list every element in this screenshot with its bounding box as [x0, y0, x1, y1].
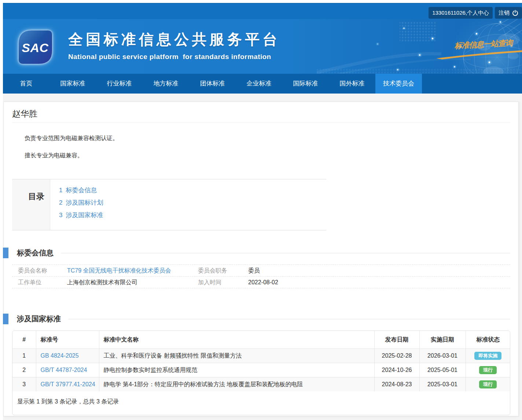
power-icon [512, 10, 518, 16]
standard-code-cell: GB/T 44787-2024 [36, 363, 99, 377]
title-divider [12, 123, 510, 123]
field-label: 委员会名称 [18, 267, 67, 274]
committee-info-row: 委员会名称TC79 全国无线电干扰标准化技术委员会委员会职务委员 [12, 265, 510, 277]
implement-date: 2025-03-01 [419, 377, 466, 391]
standards-table-panel: #标准号标准中文名称发布日期实施日期标准状态 1GB 4824-2025工业、科… [12, 330, 510, 415]
standards-section-title: 涉及国家标准 [17, 314, 61, 324]
toc-link-1[interactable]: 1标委会信息 [59, 184, 103, 197]
committee-section-header: 标委会信息 [12, 248, 510, 258]
field-value: 上海创京检测技术有限公司 [67, 278, 198, 286]
row-index: 1 [12, 348, 36, 363]
content-card: 赵华胜 负责专业范围为电磁兼容检测认证。 擅长专业为电磁兼容。 目录 1标委会信… [3, 102, 519, 416]
standards-table: #标准号标准中文名称发布日期实施日期标准状态 1GB 4824-2025工业、科… [12, 331, 510, 391]
standards-section-header: 涉及国家标准 [12, 314, 510, 324]
row-index: 2 [12, 363, 36, 377]
standard-name: 工业、科学和医疗设备 射频骚扰特性 限值和测量方法 [99, 348, 374, 363]
field-label: 工作单位 [18, 278, 67, 286]
logout-button[interactable]: 注销 [495, 7, 522, 19]
intro-paragraph: 擅长专业为电磁兼容。 [12, 152, 510, 159]
committee-info: 委员会名称TC79 全国无线电干扰标准化技术委员会委员会职务委员工作单位上海创京… [12, 264, 510, 288]
row-index: 3 [12, 377, 36, 391]
page-body: 赵华胜 负责专业范围为电磁兼容检测认证。 擅长专业为电磁兼容。 目录 1标委会信… [3, 94, 522, 420]
table-header-6: 标准状态 [466, 331, 510, 348]
main-nav: 首页国家标准行业标准地方标准团体标准企业标准国际标准国外标准技术委员会 [3, 74, 522, 94]
nav-item-2[interactable]: 国家标准 [49, 74, 96, 94]
top-bar: 13301611026,个人中心 注销 [3, 3, 522, 19]
toc-num: 3 [59, 209, 62, 222]
nav-item-3[interactable]: 行业标准 [96, 74, 143, 94]
publish-date: 2025-02-28 [374, 348, 419, 363]
field-value: TC79 全国无线电干扰标准化技术委员会 [67, 267, 198, 274]
intro-paragraph: 负责专业范围为电磁兼容检测认证。 [12, 135, 510, 142]
toc-links: 1标委会信息2涉及国标计划3涉及国家标准 [50, 179, 103, 230]
table-header-2: 标准号 [36, 331, 99, 348]
user-center-button[interactable]: 13301611026,个人中心 [429, 7, 493, 19]
status-cell: 即将实施 [466, 348, 510, 363]
status-cell: 现行 [466, 363, 510, 377]
section-marker [3, 248, 8, 258]
status-badge: 现行 [479, 366, 497, 374]
field-label: 加入时间 [198, 278, 248, 286]
nav-list: 首页国家标准行业标准地方标准团体标准企业标准国际标准国外标准技术委员会 [3, 74, 522, 94]
nav-item-8[interactable]: 国外标准 [329, 74, 375, 94]
implement-date: 2025-05-01 [419, 363, 466, 377]
standard-name: 静电控制参数实时监控系统通用规范 [99, 363, 374, 377]
table-header-row: #标准号标准中文名称发布日期实施日期标准状态 [12, 331, 510, 348]
standard-row-3: 3GB/T 37977.41-2024静电学 第4-1部分：特定应用中的标准试验… [12, 377, 510, 391]
table-header-4: 发布日期 [374, 331, 419, 348]
implement-date: 2026-03-01 [419, 348, 466, 363]
status-cell: 现行 [466, 377, 510, 391]
standard-name: 静电学 第4-1部分：特定应用中的标准试验方法 地板覆盖层和装配地板的电阻 [99, 377, 374, 391]
standard-code-cell: GB/T 37977.41-2024 [36, 377, 99, 391]
toc-num: 2 [59, 197, 62, 209]
section-rule [61, 253, 510, 253]
committee-info-row: 工作单位上海创京检测技术有限公司加入时间2022-08-02 [12, 277, 510, 288]
standard-row-1: 1GB 4824-2025工业、科学和医疗设备 射频骚扰特性 限值和测量方法20… [12, 348, 510, 363]
publish-date: 2024-08-23 [374, 377, 419, 391]
site-title: 全国标准信息公共服务平台 [68, 31, 280, 47]
toc-label: 标委会信息 [66, 187, 97, 194]
table-header-1: # [12, 331, 36, 348]
table-of-contents: 目录 1标委会信息2涉及国标计划3涉及国家标准 [12, 179, 326, 230]
standard-code-link[interactable]: GB 4824-2025 [41, 353, 79, 359]
standard-code-link[interactable]: GB/T 37977.41-2024 [41, 381, 95, 387]
user-center-label: 13301611026,个人中心 [432, 7, 489, 19]
field-value: 委员 [248, 267, 510, 274]
committee-section-title: 标委会信息 [17, 248, 54, 258]
banner-globe-art: 标准信息一站查询 [317, 19, 522, 74]
nav-item-6[interactable]: 企业标准 [236, 74, 282, 94]
field-value: 2022-08-02 [248, 278, 510, 286]
nav-item-4[interactable]: 地方标准 [143, 74, 189, 94]
section-rule [68, 319, 510, 319]
status-badge: 即将实施 [474, 352, 501, 360]
toc-heading: 目录 [28, 192, 44, 201]
toc-num: 1 [59, 184, 62, 197]
table-record-summary: 显示第 1 到第 3 条记录，总共 3 条记录 [12, 391, 510, 415]
status-badge: 现行 [479, 380, 497, 388]
standard-row-2: 2GB/T 44787-2024静电控制参数实时监控系统通用规范2024-10-… [12, 363, 510, 377]
standard-code-cell: GB 4824-2025 [36, 348, 99, 363]
toc-label: 涉及国标计划 [66, 199, 103, 206]
logo-text: SAC [22, 41, 48, 55]
publish-date: 2024-10-26 [374, 363, 419, 377]
table-header-3: 标准中文名称 [99, 331, 374, 348]
sac-logo: SAC [18, 30, 52, 64]
site-subtitle: National public service platform for sta… [68, 53, 280, 61]
toc-link-2[interactable]: 2涉及国标计划 [59, 197, 103, 209]
toc-label: 涉及国家标准 [66, 212, 103, 219]
table-header-5: 实施日期 [419, 331, 466, 348]
section-marker [3, 314, 8, 324]
nav-item-5[interactable]: 团体标准 [189, 74, 236, 94]
nav-item-9[interactable]: 技术委员会 [375, 74, 422, 94]
field-label: 委员会职务 [198, 267, 248, 274]
toc-heading-cell: 目录 [12, 179, 50, 230]
nav-item-1[interactable]: 首页 [3, 74, 49, 94]
nav-item-7[interactable]: 国际标准 [282, 74, 329, 94]
toc-link-3[interactable]: 3涉及国家标准 [59, 209, 103, 222]
logout-label: 注销 [499, 7, 510, 19]
site-wrapper: 13301611026,个人中心 注销 [3, 3, 522, 420]
site-banner: 标准信息一站查询 SAC 全国标准信息公共服务平台 National publi… [3, 19, 522, 74]
committee-link[interactable]: TC79 全国无线电干扰标准化技术委员会 [67, 267, 171, 274]
standard-code-link[interactable]: GB/T 44787-2024 [41, 367, 87, 373]
page-title: 赵华胜 [12, 108, 510, 119]
